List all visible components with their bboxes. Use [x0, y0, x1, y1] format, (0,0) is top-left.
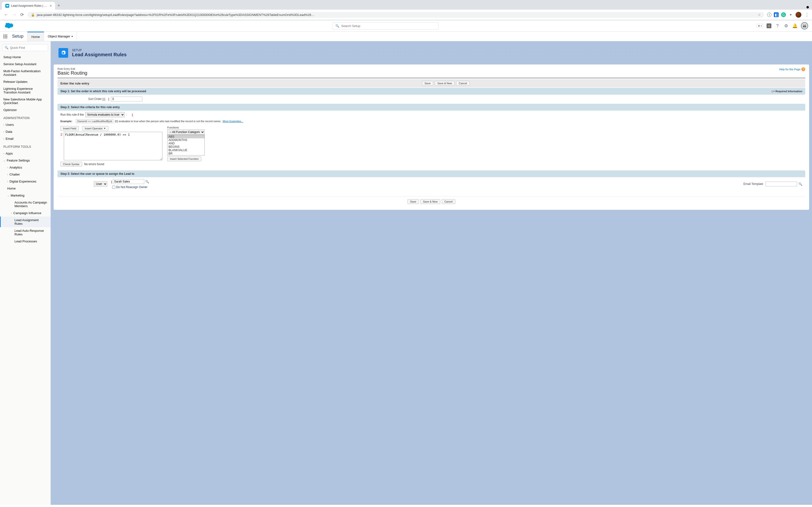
lookup-icon[interactable]: 🔍: [145, 180, 149, 183]
cancel-button[interactable]: Cancel: [456, 81, 469, 86]
address-bar[interactable]: 🔒 java-power-66192.lightning.force.com/l…: [28, 12, 764, 18]
example-desc: {0} evaluates to true when the person wh…: [115, 120, 221, 123]
example-code: OwnerId <> LastModifiedById: [76, 119, 113, 123]
function-list[interactable]: ABS ADDMONTHS AND BEGINS BLANKVALUE BR: [167, 135, 205, 156]
step3-bar: Step 3: Select the user or queue to assi…: [57, 170, 805, 177]
main-content: SETUP Lead Assignment Rules Rule Entry E…: [51, 41, 812, 505]
new-tab-button[interactable]: +: [55, 2, 63, 10]
tab-object-manager[interactable]: Object Manager▾: [44, 32, 77, 41]
info-icon[interactable]: i: [102, 98, 105, 101]
email-template-label: Email Template: [743, 182, 764, 186]
nav-mfa-assistant[interactable]: Multi-Factor Authentication Assistant: [0, 68, 51, 78]
insert-field-button[interactable]: Insert Field: [60, 126, 79, 131]
function-category-select[interactable]: -- All Function Categories --: [167, 129, 205, 135]
save-button[interactable]: Save: [422, 81, 433, 86]
nav-campaign-influence[interactable]: ›Campaign Influence: [0, 210, 51, 217]
quick-find-input[interactable]: [10, 46, 51, 50]
chevron-down-icon: ⌄: [3, 159, 5, 162]
insert-function-button[interactable]: Insert Selected Function: [167, 157, 201, 161]
lock-icon: 🔒: [31, 13, 35, 17]
nav-accounts-campaign[interactable]: Accounts As Campaign Members: [0, 199, 51, 210]
nav-analytics[interactable]: ›Analytics: [0, 164, 51, 171]
insert-operator-button[interactable]: Insert Operator ▼: [82, 126, 108, 131]
search-setup-box[interactable]: 🔍: [332, 22, 439, 30]
chevron-right-icon: ›: [3, 123, 4, 126]
assign-type-select[interactable]: User: [94, 181, 107, 187]
quick-find-box[interactable]: 🔍: [2, 44, 48, 51]
help-icon: ?: [801, 67, 805, 71]
info-icon[interactable]: i: [767, 12, 771, 17]
favorites-icon[interactable]: ★▾: [756, 24, 763, 28]
menu-icon[interactable]: ⋮: [804, 11, 809, 18]
nav-lead-assignment-rules[interactable]: Lead Assignment Rules: [0, 217, 51, 227]
nav-data[interactable]: ›Data: [0, 128, 51, 135]
nav-mobile-quickstart[interactable]: New Salesforce Mobile App QuickStart: [0, 96, 51, 107]
syntax-result: No errors found: [84, 163, 104, 166]
do-not-reassign-row[interactable]: Do Not Reassign Owner: [111, 185, 149, 189]
salesforce-logo[interactable]: [4, 22, 14, 30]
assignee-input[interactable]: [113, 179, 144, 184]
func-and[interactable]: AND: [167, 142, 204, 145]
nav-chatter[interactable]: ›Chatter: [0, 171, 51, 178]
lookup-icon[interactable]: 🔍: [799, 182, 802, 186]
global-add-icon[interactable]: +: [767, 23, 771, 28]
func-addmonths[interactable]: ADDMONTHS: [167, 138, 204, 142]
grammarly-icon[interactable]: G: [781, 12, 786, 17]
save-new-button[interactable]: Save & New: [435, 81, 455, 86]
setup-gear-icon[interactable]: ⚙: [783, 23, 789, 29]
chevron-right-icon: ›: [3, 130, 4, 133]
help-icon[interactable]: ?: [775, 23, 780, 29]
browser-tab[interactable]: Lead Assignment Rules | Sales ×: [2, 2, 55, 10]
more-examples-link[interactable]: More Examples...: [222, 120, 243, 123]
email-template-input[interactable]: [766, 181, 797, 186]
tab-home[interactable]: Home: [27, 32, 44, 41]
chevron-right-icon: ›: [7, 173, 8, 176]
formula-textarea[interactable]: [64, 132, 162, 160]
nav-service-setup[interactable]: Service Setup Assistant: [0, 61, 51, 68]
sort-order-input[interactable]: [111, 97, 142, 101]
save-button-footer[interactable]: Save: [407, 199, 419, 204]
user-avatar[interactable]: 🦝: [801, 22, 808, 30]
nav-feature-settings[interactable]: ⌄Feature Settings: [0, 157, 51, 164]
nav-setup-home[interactable]: Setup Home: [0, 54, 51, 61]
func-begins[interactable]: BEGINS: [167, 145, 204, 149]
nav-home[interactable]: Home: [0, 185, 51, 192]
cancel-button-footer[interactable]: Cancel: [442, 199, 455, 204]
nav-release-updates[interactable]: Release Updates: [0, 78, 51, 85]
nav-marketing[interactable]: ⌄Marketing: [0, 192, 51, 199]
nav-apps[interactable]: ›Apps: [0, 150, 51, 157]
func-abs[interactable]: ABS: [167, 135, 204, 138]
search-icon: 🔍: [5, 46, 8, 50]
back-button[interactable]: ←: [3, 11, 8, 18]
extension-blue-icon[interactable]: ◧: [774, 12, 779, 17]
reload-button[interactable]: ⟳: [19, 11, 24, 18]
search-setup-input[interactable]: [341, 24, 436, 28]
app-name: Setup: [11, 34, 27, 39]
app-launcher[interactable]: [0, 32, 11, 41]
nav-lead-auto-response[interactable]: Lead Auto-Response Rules: [0, 227, 51, 238]
help-link[interactable]: Help for this Page ?: [779, 67, 805, 71]
notifications-icon[interactable]: 🔔: [792, 23, 798, 29]
func-blankvalue[interactable]: BLANKVALUE: [167, 149, 204, 152]
chevron-down-icon: ▼: [104, 127, 106, 130]
nav-email[interactable]: ›Email: [0, 135, 51, 142]
nav-lex-transition[interactable]: Lightning Experience Transition Assistan…: [0, 85, 51, 96]
criteria-type-select[interactable]: formula evaluates to true: [85, 112, 125, 117]
required-mark: |: [108, 97, 109, 101]
nav-users[interactable]: ›Users: [0, 121, 51, 128]
nav-optimizer[interactable]: Optimizer: [0, 107, 51, 113]
extensions-icon[interactable]: ✦: [788, 12, 793, 17]
nav-lead-processes[interactable]: Lead Processes: [0, 238, 51, 245]
tab-close-icon[interactable]: ×: [50, 4, 52, 8]
url-text: java-power-66192.lightning.force.com/lig…: [37, 13, 756, 17]
forward-button[interactable]: →: [11, 11, 16, 18]
minimize-icon[interactable]: [805, 5, 810, 10]
star-icon[interactable]: ☆: [758, 13, 761, 17]
setup-sidebar: 🔍 Setup Home Service Setup Assistant Mul…: [0, 41, 51, 505]
check-syntax-button[interactable]: Check Syntax: [60, 162, 82, 167]
nav-digital-exp[interactable]: ›Digital Experiences: [0, 178, 51, 185]
profile-avatar[interactable]: [796, 12, 801, 18]
save-new-button-footer[interactable]: Save & New: [420, 199, 440, 204]
func-br[interactable]: BR: [167, 152, 204, 155]
do-not-reassign-checkbox[interactable]: [112, 186, 115, 189]
